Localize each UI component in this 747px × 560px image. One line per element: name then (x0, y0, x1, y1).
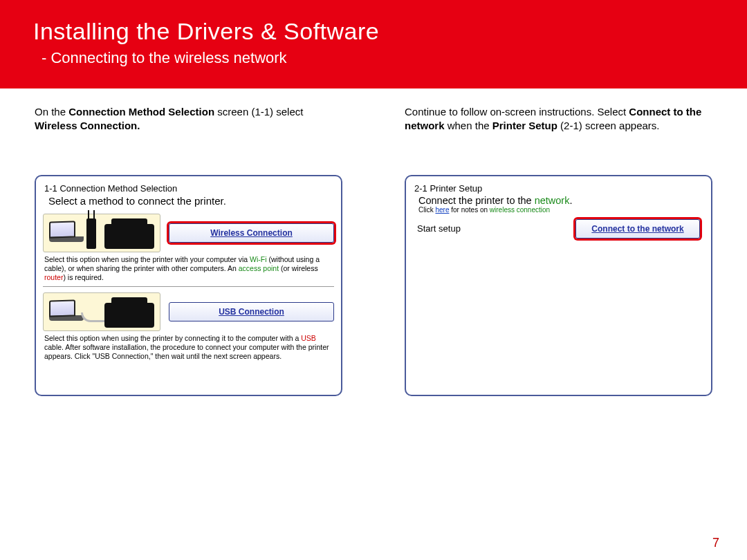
here-link[interactable]: here (435, 206, 449, 214)
text: Select this option when using the printe… (44, 255, 250, 263)
usb-option-row: USB Connection (43, 290, 334, 333)
slide-subtitle: - Connecting to the wireless network (33, 49, 714, 67)
network-word: network (535, 195, 570, 206)
text: when the (445, 120, 492, 131)
text: Continue to follow on-screen instruction… (405, 106, 629, 118)
usb-description: Select this option when using the printe… (43, 333, 334, 365)
wireless-description: Select this option when using the printe… (43, 254, 334, 287)
dialog-subtitle: Select a method to connect the printer. (43, 195, 334, 207)
text-bold: Connection Method Selection (68, 106, 214, 118)
text: Click (418, 206, 435, 214)
text-bold: Printer Setup (492, 120, 557, 131)
start-setup-label: Start setup (417, 223, 461, 234)
laptop-icon (49, 221, 84, 246)
text: for notes on (449, 206, 489, 214)
dialog-step-label: 1-1 Connection Method Selection (43, 183, 334, 194)
slide-content: On the Connection Method Selection scree… (0, 88, 747, 396)
text: Select this option when using the printe… (44, 334, 301, 342)
left-column: On the Connection Method Selection scree… (35, 105, 342, 396)
access-point-word: access point (239, 264, 279, 272)
wifi-word: Wi-Fi (250, 255, 267, 263)
text: . (569, 195, 572, 206)
connection-method-dialog: 1-1 Connection Method Selection Select a… (35, 175, 342, 396)
dialog-subtitle: Connect the printer to the network. (413, 195, 704, 206)
printer-setup-dialog: 2-1 Printer Setup Connect the printer to… (405, 175, 712, 396)
slide-title: Installing the Drivers & Software (33, 18, 714, 45)
usb-illustration (43, 292, 160, 331)
start-setup-row: Start setup Connect to the network (413, 219, 704, 239)
text: screen (1-1) select (214, 106, 303, 118)
text: (2-1) screen appears. (557, 120, 660, 131)
usb-word: USB (301, 334, 316, 342)
wireless-connection-word: wireless connection (490, 206, 550, 214)
connect-to-network-button[interactable]: Connect to the network (575, 219, 700, 239)
text: cable. After software installation, the … (44, 343, 329, 360)
button-label: Wireless Connection (210, 228, 293, 238)
text: ) is required. (63, 273, 103, 281)
button-label: Connect to the network (591, 224, 683, 234)
router-word: router (44, 273, 63, 281)
text: (or wireless (279, 264, 318, 272)
laptop-icon (49, 300, 84, 325)
left-intro: On the Connection Method Selection scree… (35, 105, 342, 133)
right-column: Continue to follow on-screen instruction… (405, 105, 712, 396)
printer-icon (104, 224, 154, 249)
text: On the (35, 106, 68, 118)
router-icon (86, 218, 96, 249)
slide-header: Installing the Drivers & Software - Conn… (0, 0, 747, 88)
dialog-step-label: 2-1 Printer Setup (413, 183, 704, 194)
notes-line: Click here for notes on wireless connect… (413, 206, 704, 214)
button-label: USB Connection (219, 307, 284, 317)
wireless-connection-button[interactable]: Wireless Connection (169, 223, 334, 243)
usb-connection-button[interactable]: USB Connection (169, 302, 334, 321)
right-intro: Continue to follow on-screen instruction… (405, 105, 712, 133)
text-bold: Wireless Connection. (35, 120, 140, 131)
text: Connect the printer to the (418, 195, 535, 206)
wireless-illustration (43, 214, 160, 252)
wireless-option-row: Wireless Connection (43, 211, 334, 254)
printer-icon (104, 303, 154, 328)
page-number: 7 (712, 536, 719, 550)
